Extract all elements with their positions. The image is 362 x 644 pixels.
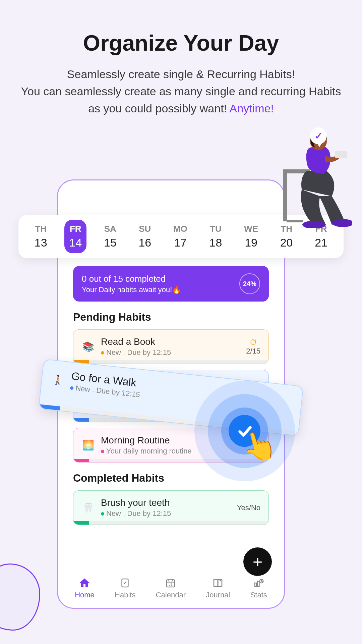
stats-icon: [250, 576, 267, 590]
day-cell[interactable]: SU16: [134, 220, 156, 253]
timer-icon: ⏱: [246, 338, 260, 347]
progress-ring: 24%: [239, 273, 260, 294]
svg-rect-13: [255, 583, 256, 587]
habit-title: Brush your teeth: [101, 497, 231, 508]
svg-rect-2: [287, 220, 303, 222]
habit-yesno: Yes/No: [237, 503, 260, 512]
hero-line2: You can seamlessly create as many single…: [17, 83, 345, 117]
svg-text:31: 31: [169, 582, 173, 586]
habit-card-read[interactable]: 📚 Read a Book New . Due by 12:15 ⏱ 2/15: [73, 329, 269, 364]
nav-label: Journal: [206, 591, 230, 599]
seated-person-icon: [280, 131, 352, 228]
progress-text-block: 0 out of 15 completed Your Daily habits …: [82, 274, 181, 294]
bottom-nav: Home Habits 31 Calendar Journal Stats: [65, 571, 277, 604]
habit-title: Read a Book: [101, 336, 240, 347]
walk-icon: 🚶: [51, 372, 66, 387]
progress-subtitle: Your Daily habits await you!🔥: [82, 285, 181, 294]
habit-meta: New . Due by 12:15: [101, 509, 231, 518]
day-cell[interactable]: TH13: [30, 220, 52, 253]
day-cell-active[interactable]: FR14: [64, 220, 86, 253]
hero-section: Organize Your Day Seamlessly create sing…: [0, 0, 362, 127]
check-bubble-icon: ✓: [310, 127, 327, 144]
hero-line1: Seamlessly create single & Recurring Hab…: [17, 66, 345, 83]
book-icon: 📚: [81, 340, 95, 354]
svg-rect-14: [257, 581, 259, 587]
nav-calendar[interactable]: 31 Calendar: [156, 576, 186, 599]
habit-meta: New . Due by 12:15: [101, 348, 240, 357]
habit-card-brush[interactable]: 🦷 Brush your teeth New . Due by 12:15 Ye…: [73, 490, 269, 525]
day-cell[interactable]: MO17: [169, 220, 192, 253]
nav-home[interactable]: Home: [75, 576, 95, 599]
day-cell[interactable]: SA15: [99, 220, 121, 253]
hero-title: Organize Your Day: [17, 30, 345, 56]
svg-line-17: [261, 581, 263, 582]
nav-label: Home: [75, 591, 95, 599]
nav-habits[interactable]: Habits: [115, 576, 135, 599]
nav-journal[interactable]: Journal: [206, 576, 230, 599]
person-illustration: ✓: [280, 131, 352, 228]
day-cell[interactable]: TU18: [205, 220, 227, 253]
hero-subtitle: Seamlessly create single & Recurring Hab…: [17, 66, 345, 117]
svg-rect-0: [283, 171, 287, 221]
calendar-icon: 31: [156, 576, 186, 590]
add-habit-fab[interactable]: +: [243, 547, 272, 576]
journal-icon: [206, 576, 230, 590]
nav-label: Stats: [250, 591, 267, 599]
progress-count: 0 out of 15 completed: [82, 274, 181, 284]
nav-label: Habits: [115, 591, 135, 599]
day-cell[interactable]: WE19: [239, 220, 263, 253]
progress-card[interactable]: 0 out of 15 completed Your Daily habits …: [73, 266, 269, 302]
checklist-icon: [115, 576, 135, 590]
pending-section-title: Pending Habits: [73, 311, 269, 323]
nav-stats[interactable]: Stats: [250, 576, 267, 599]
hero-accent: Anytime!: [230, 102, 274, 115]
sunrise-icon: 🌅: [81, 439, 95, 452]
habit-count: 2/15: [246, 347, 260, 356]
decorative-blob: [0, 564, 40, 631]
tooth-icon: 🦷: [81, 501, 95, 515]
home-icon: [75, 576, 95, 590]
tap-indicator: [194, 381, 295, 481]
habit-right: ⏱ 2/15: [246, 338, 260, 356]
nav-label: Calendar: [156, 591, 186, 599]
svg-rect-5: [335, 151, 347, 158]
